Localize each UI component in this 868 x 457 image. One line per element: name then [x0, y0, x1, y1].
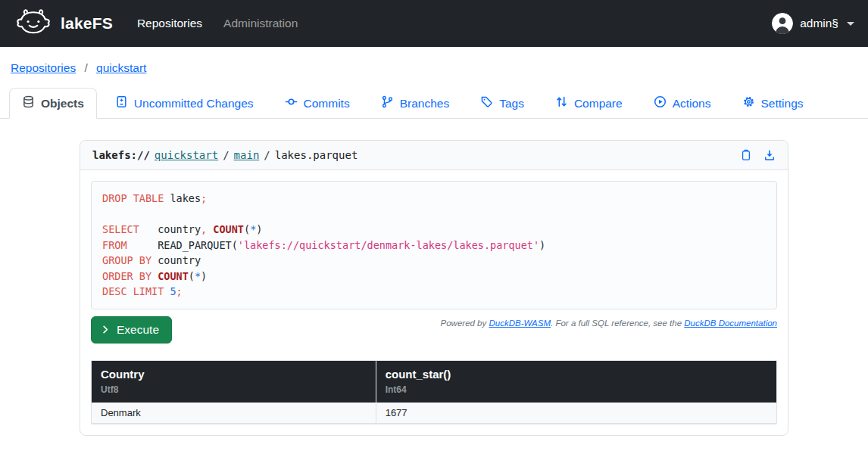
- breadcrumb-repositories-link[interactable]: Repositories: [11, 61, 76, 74]
- commit-icon: [285, 95, 298, 111]
- path-ref-link[interactable]: main: [234, 149, 260, 161]
- breadcrumb-quickstart-link[interactable]: quickstart: [96, 61, 146, 74]
- lakefs-brand[interactable]: lakeFS: [14, 8, 113, 39]
- path-separator: /: [264, 149, 270, 161]
- tag-icon: [480, 95, 493, 111]
- results-table-body: Denmark1677: [92, 403, 776, 424]
- path-scheme: lakefs://: [92, 149, 150, 161]
- query-results: Country Utf8 count_star() Int64 Denmark1…: [91, 360, 777, 424]
- sql-line: [102, 207, 766, 222]
- sql-line: ORDER BY COUNT(*): [102, 269, 766, 284]
- axolotl-logo-icon: [14, 8, 53, 39]
- tab-label: Commits: [304, 97, 350, 110]
- table-cell: Denmark: [92, 403, 376, 424]
- branch-icon: [381, 95, 394, 111]
- tab-label: Objects: [41, 97, 84, 110]
- powered-by-note: Powered by DuckDB-WASM. For a full SQL r…: [441, 319, 777, 328]
- tab-objects[interactable]: Objects: [9, 88, 97, 119]
- object-viewer-card: lakefs://quickstart/main/lakes.parquet D…: [80, 140, 788, 436]
- column-name: Country: [101, 368, 367, 381]
- tab-actions[interactable]: Actions: [641, 88, 724, 119]
- user-menu[interactable]: admin§: [772, 13, 854, 34]
- sql-line: SELECT country, COUNT(*): [102, 222, 766, 238]
- results-table: Country Utf8 count_star() Int64 Denmark1…: [92, 361, 776, 424]
- tab-label: Tags: [499, 97, 524, 110]
- table-row: Denmark1677: [92, 403, 776, 424]
- tab-label: Branches: [400, 97, 449, 110]
- main-nav: Repositories Administration: [137, 17, 298, 30]
- user-name: admin§: [800, 17, 838, 30]
- sql-line: GROUP BY country: [102, 253, 766, 269]
- path-separator: /: [223, 149, 229, 161]
- tab-uncommitted-changes[interactable]: Uncommitted Changes: [102, 88, 267, 119]
- breadcrumb-separator: /: [84, 61, 87, 74]
- path-file-name: lakes.parquet: [275, 149, 358, 161]
- chevron-right-icon: [100, 324, 111, 335]
- sql-line: DROP TABLE lakes;: [102, 191, 766, 207]
- duckdb-docs-link[interactable]: DuckDB Documentation: [684, 319, 777, 328]
- copy-icon[interactable]: [740, 149, 752, 161]
- gear-icon: [742, 95, 755, 111]
- chevron-down-icon: [847, 22, 854, 26]
- tab-tags[interactable]: Tags: [467, 88, 537, 119]
- path-repo-link[interactable]: quickstart: [155, 149, 218, 161]
- editor-footer: Execute Powered by DuckDB-WASM. For a fu…: [91, 316, 777, 344]
- column-type: Int64: [386, 384, 767, 395]
- sql-line: FROM READ_PARQUET('lakefs://quickstart/d…: [102, 238, 766, 253]
- tab-commits[interactable]: Commits: [272, 88, 363, 119]
- column-header-count-star: count_star() Int64: [376, 361, 776, 403]
- duckdb-wasm-link[interactable]: DuckDB-WASM: [489, 319, 551, 328]
- compare-arrows-icon: [555, 95, 568, 111]
- nav-item-administration[interactable]: Administration: [223, 17, 298, 30]
- object-actions: [740, 149, 776, 161]
- nav-item-repositories[interactable]: Repositories: [137, 17, 202, 30]
- tab-label: Uncommitted Changes: [134, 97, 254, 110]
- top-navbar: lakeFS Repositories Administration admin…: [0, 0, 868, 47]
- tab-label: Actions: [673, 97, 711, 110]
- tab-label: Compare: [574, 97, 623, 110]
- file-diff-icon: [115, 95, 128, 111]
- sql-editor[interactable]: DROP TABLE lakes; SELECT country, COUNT(…: [91, 181, 777, 309]
- object-path: lakefs://quickstart/main/lakes.parquet: [92, 149, 358, 161]
- execute-button-label: Execute: [117, 323, 159, 337]
- tab-branches[interactable]: Branches: [368, 88, 462, 119]
- user-avatar-icon: [772, 13, 793, 34]
- tab-settings[interactable]: Settings: [729, 88, 816, 119]
- object-card-body: DROP TABLE lakes; SELECT country, COUNT(…: [80, 170, 788, 435]
- download-icon[interactable]: [763, 149, 776, 161]
- execute-button[interactable]: Execute: [91, 316, 172, 344]
- tab-label: Settings: [761, 97, 804, 110]
- repo-tabs: Objects Uncommitted Changes Commits Bran…: [0, 88, 868, 119]
- object-path-header: lakefs://quickstart/main/lakes.parquet: [80, 141, 788, 170]
- powered-by-prefix: Powered by: [441, 319, 489, 328]
- column-type: Utf8: [101, 384, 367, 395]
- column-name: count_star(): [386, 368, 767, 381]
- powered-by-middle: . For a full SQL reference, see the: [551, 319, 684, 328]
- results-table-head: Country Utf8 count_star() Int64: [92, 361, 776, 403]
- breadcrumb: Repositories / quickstart: [0, 47, 868, 75]
- brand-name: lakeFS: [61, 14, 113, 33]
- column-header-country: Country Utf8: [92, 361, 376, 403]
- sql-line: DESC LIMIT 5;: [102, 284, 766, 300]
- play-circle-icon: [654, 95, 667, 111]
- table-cell: 1677: [376, 403, 776, 424]
- tab-compare[interactable]: Compare: [542, 88, 635, 119]
- database-icon: [22, 95, 35, 111]
